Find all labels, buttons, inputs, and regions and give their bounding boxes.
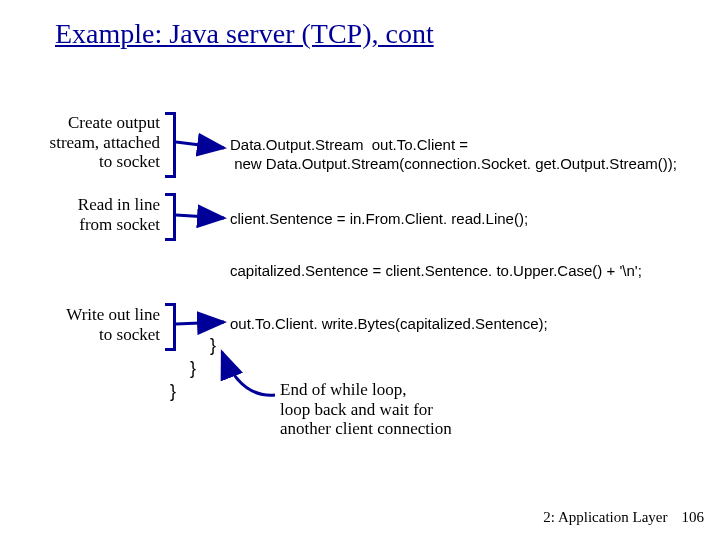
svg-line-2 <box>176 215 224 218</box>
bracket-icon <box>165 112 176 178</box>
bracket-icon <box>165 303 176 351</box>
slide-title: Example: Java server (TCP), cont <box>55 18 434 50</box>
bracket-icon <box>165 193 176 241</box>
svg-line-3 <box>176 322 224 324</box>
brace-outer: } <box>170 381 176 402</box>
brace-mid: } <box>190 358 196 379</box>
code-data-output-1: Data.Output.Stream out.To.Client = <box>230 136 468 153</box>
annotation-end-loop: End of while loop,loop back and wait for… <box>280 380 520 439</box>
footer-page-number: 106 <box>682 509 705 525</box>
annotation-read-line: Read in linefrom socket <box>40 195 160 234</box>
brace-inner: } <box>210 335 216 356</box>
svg-line-1 <box>176 142 224 148</box>
code-capitalized: capitalized.Sentence = client.Sentence. … <box>230 262 642 279</box>
code-write-bytes: out.To.Client. write.Bytes(capitalized.S… <box>230 315 548 332</box>
annotation-write-line: Write out lineto socket <box>35 305 160 344</box>
code-client-sentence: client.Sentence = in.From.Client. read.L… <box>230 210 528 227</box>
code-data-output-2: new Data.Output.Stream(connection.Socket… <box>230 155 677 172</box>
annotation-create-output: Create outputstream, attachedto socket <box>20 113 160 172</box>
footer: 2: Application Layer106 <box>543 509 704 526</box>
footer-chapter: 2: Application Layer <box>543 509 667 525</box>
